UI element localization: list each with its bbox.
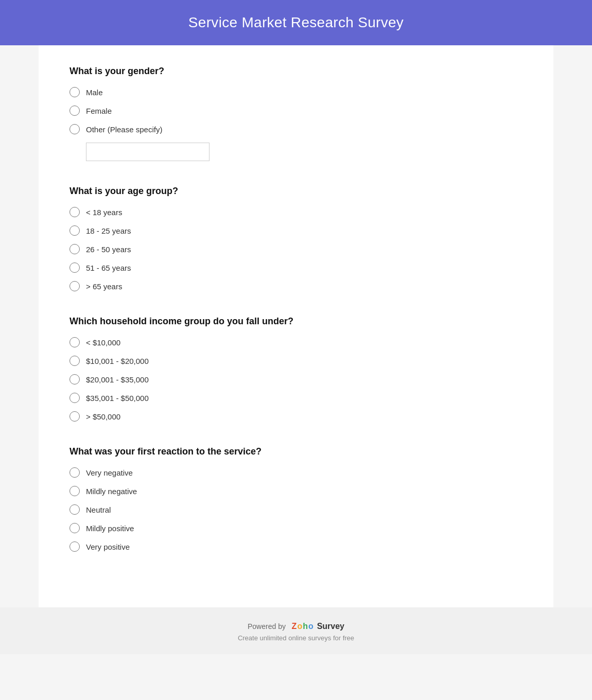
reaction-very-negative-option: Very negative <box>69 467 523 478</box>
zoho-z: Z <box>292 622 297 631</box>
gender-female-label[interactable]: Female <box>86 107 112 115</box>
footer-sub-text: Create unlimited online surveys for free <box>0 634 592 642</box>
question-income-label: Which household income group do you fall… <box>69 316 523 327</box>
income-10to20k-radio[interactable] <box>69 356 80 366</box>
income-20to35k-radio[interactable] <box>69 374 80 384</box>
income-35to50k-radio[interactable] <box>69 393 80 403</box>
income-20to35k-label[interactable]: $20,001 - $35,000 <box>86 375 149 384</box>
income-under10k-label[interactable]: < $10,000 <box>86 338 120 347</box>
reaction-very-positive-label[interactable]: Very positive <box>86 542 130 551</box>
income-over50k-radio[interactable] <box>69 411 80 422</box>
age-26to50-option: 26 - 50 years <box>69 244 523 254</box>
gender-male-option: Male <box>69 87 523 97</box>
gender-other-label[interactable]: Other (Please specify) <box>86 125 162 134</box>
zoho-h: h <box>303 622 308 631</box>
age-over65-label[interactable]: > 65 years <box>86 282 122 291</box>
question-reaction: What was your first reaction to the serv… <box>69 446 523 552</box>
age-18to25-label[interactable]: 18 - 25 years <box>86 226 131 235</box>
age-18to25-option: 18 - 25 years <box>69 225 523 236</box>
age-over65-radio[interactable] <box>69 281 80 291</box>
gender-other-option: Other (Please specify) <box>69 124 523 134</box>
income-10to20k-label[interactable]: $10,001 - $20,000 <box>86 357 149 365</box>
page-footer: Powered by Zoho Survey Create unlimited … <box>0 607 592 654</box>
zoho-logo: Zoho <box>292 622 314 631</box>
reaction-neutral-radio[interactable] <box>69 504 80 515</box>
question-reaction-label: What was your first reaction to the serv… <box>69 446 523 457</box>
reaction-very-positive-option: Very positive <box>69 541 523 552</box>
question-gender-label: What is your gender? <box>69 66 523 77</box>
income-under10k-radio[interactable] <box>69 337 80 347</box>
income-over50k-label[interactable]: > $50,000 <box>86 412 120 421</box>
age-26to50-radio[interactable] <box>69 244 80 254</box>
page-header: Service Market Research Survey <box>0 0 592 45</box>
gender-female-option: Female <box>69 106 523 116</box>
zoho-o1: o <box>297 622 302 631</box>
age-51to65-label[interactable]: 51 - 65 years <box>86 264 131 272</box>
age-51to65-option: 51 - 65 years <box>69 262 523 273</box>
age-over65-option: > 65 years <box>69 281 523 291</box>
footer-powered-by: Powered by Zoho Survey <box>0 622 592 631</box>
age-51to65-radio[interactable] <box>69 262 80 273</box>
survey-word: Survey <box>317 622 344 631</box>
question-age-label: What is your age group? <box>69 186 523 197</box>
income-under10k-option: < $10,000 <box>69 337 523 347</box>
page-title: Service Market Research Survey <box>188 14 404 30</box>
age-under18-option: < 18 years <box>69 207 523 217</box>
reaction-mildly-negative-option: Mildly negative <box>69 486 523 496</box>
question-income: Which household income group do you fall… <box>69 316 523 422</box>
reaction-very-positive-radio[interactable] <box>69 541 80 552</box>
age-under18-radio[interactable] <box>69 207 80 217</box>
survey-container: What is your gender? Male Female Other (… <box>39 45 553 607</box>
income-20to35k-option: $20,001 - $35,000 <box>69 374 523 384</box>
reaction-neutral-option: Neutral <box>69 504 523 515</box>
reaction-mildly-negative-radio[interactable] <box>69 486 80 496</box>
income-over50k-option: > $50,000 <box>69 411 523 422</box>
age-18to25-radio[interactable] <box>69 225 80 236</box>
gender-male-radio[interactable] <box>69 87 80 97</box>
reaction-very-negative-label[interactable]: Very negative <box>86 468 133 477</box>
gender-female-radio[interactable] <box>69 106 80 116</box>
gender-specify-input[interactable] <box>86 143 210 161</box>
reaction-very-negative-radio[interactable] <box>69 467 80 478</box>
question-age: What is your age group? < 18 years 18 - … <box>69 186 523 291</box>
age-26to50-label[interactable]: 26 - 50 years <box>86 245 131 254</box>
reaction-mildly-positive-option: Mildly positive <box>69 523 523 533</box>
zoho-o2: o <box>308 622 314 631</box>
reaction-mildly-positive-label[interactable]: Mildly positive <box>86 524 134 533</box>
income-35to50k-option: $35,001 - $50,000 <box>69 393 523 403</box>
reaction-neutral-label[interactable]: Neutral <box>86 505 111 514</box>
question-gender: What is your gender? Male Female Other (… <box>69 66 523 161</box>
income-35to50k-label[interactable]: $35,001 - $50,000 <box>86 394 149 402</box>
gender-other-radio[interactable] <box>69 124 80 134</box>
reaction-mildly-positive-radio[interactable] <box>69 523 80 533</box>
income-10to20k-option: $10,001 - $20,000 <box>69 356 523 366</box>
reaction-mildly-negative-label[interactable]: Mildly negative <box>86 487 137 496</box>
age-under18-label[interactable]: < 18 years <box>86 208 122 217</box>
gender-male-label[interactable]: Male <box>86 88 103 97</box>
